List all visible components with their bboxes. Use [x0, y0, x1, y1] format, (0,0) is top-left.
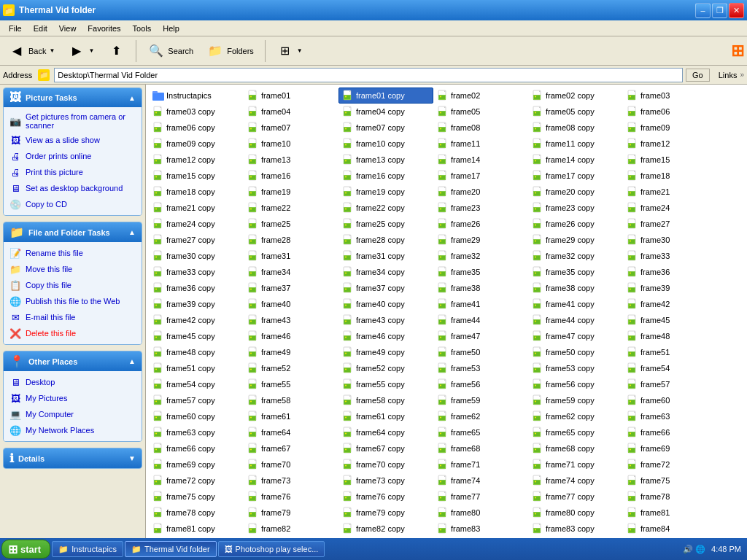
- file-item[interactable]: frame10: [244, 136, 338, 152]
- task-publish[interactable]: 🌐 Publish this file to the Web: [4, 293, 142, 309]
- file-item[interactable]: frame06 copy: [149, 120, 244, 136]
- file-item[interactable]: frame05: [433, 104, 528, 120]
- file-item[interactable]: frame68 copy: [528, 440, 623, 456]
- file-item[interactable]: frame08: [433, 120, 528, 136]
- file-item[interactable]: frame15 copy: [149, 168, 244, 184]
- file-item[interactable]: frame18: [623, 168, 718, 184]
- file-item[interactable]: frame51: [623, 344, 718, 360]
- file-item[interactable]: frame19: [244, 184, 338, 200]
- back-button[interactable]: ◀ Back ▼: [3, 39, 60, 63]
- file-item[interactable]: frame19 copy: [338, 184, 433, 200]
- file-item[interactable]: frame79 copy: [338, 505, 433, 521]
- file-item[interactable]: frame28: [244, 232, 338, 248]
- file-item[interactable]: frame24: [623, 200, 718, 216]
- taskbar-item-photoshop[interactable]: 🖼 Photoshop play selec...: [218, 541, 325, 557]
- file-item[interactable]: frame52: [244, 360, 338, 376]
- views-button[interactable]: ⊞ ▼: [271, 39, 308, 63]
- task-print[interactable]: 🖨 Print this picture: [4, 164, 142, 180]
- task-move[interactable]: 📁 Move this file: [4, 261, 142, 277]
- file-item[interactable]: frame14 copy: [528, 152, 623, 168]
- file-item[interactable]: frame61 copy: [338, 408, 433, 424]
- menu-view[interactable]: View: [53, 23, 82, 34]
- file-item[interactable]: frame72: [623, 456, 718, 472]
- file-item[interactable]: frame29 copy: [528, 232, 623, 248]
- file-item[interactable]: frame72 copy: [149, 472, 244, 489]
- file-item[interactable]: frame40 copy: [338, 296, 433, 312]
- other-places-header[interactable]: 📍 Other Places ▲: [4, 351, 142, 371]
- task-email[interactable]: ✉ E-mail this file: [4, 309, 142, 325]
- file-item[interactable]: frame65: [433, 424, 528, 440]
- file-item[interactable]: frame30 copy: [149, 248, 244, 264]
- file-item[interactable]: frame36: [623, 264, 718, 280]
- back-dropdown-icon[interactable]: ▼: [49, 47, 55, 54]
- file-item[interactable]: frame26: [433, 216, 528, 232]
- file-item[interactable]: frame56: [433, 376, 528, 392]
- file-item[interactable]: frame73: [244, 472, 338, 489]
- file-item[interactable]: frame73 copy: [338, 472, 433, 489]
- file-item[interactable]: frame59 copy: [528, 392, 623, 408]
- file-item[interactable]: frame26 copy: [528, 216, 623, 232]
- file-item[interactable]: frame10 copy: [338, 136, 433, 152]
- task-copy-cd[interactable]: 💿 Copy to CD: [4, 196, 142, 212]
- file-item[interactable]: frame79: [244, 505, 338, 521]
- file-item[interactable]: frame54: [623, 360, 718, 376]
- menu-file[interactable]: File: [3, 23, 28, 34]
- file-item[interactable]: frame80: [433, 505, 528, 521]
- file-item[interactable]: frame01: [244, 88, 338, 104]
- file-item[interactable]: frame38 copy: [528, 280, 623, 296]
- file-item[interactable]: frame16: [244, 168, 338, 184]
- file-item[interactable]: frame44: [433, 312, 528, 328]
- file-item[interactable]: frame40: [244, 296, 338, 312]
- file-item[interactable]: frame66 copy: [149, 440, 244, 456]
- file-item[interactable]: frame21: [623, 184, 718, 200]
- start-button[interactable]: ⊞ start: [1, 540, 50, 559]
- file-item[interactable]: frame67 copy: [338, 440, 433, 456]
- file-item[interactable]: frame43 copy: [338, 312, 433, 328]
- file-item[interactable]: frame41 copy: [528, 296, 623, 312]
- file-item[interactable]: frame63: [623, 408, 718, 424]
- picture-tasks-header[interactable]: 🖼 Picture Tasks ▲: [4, 88, 142, 107]
- file-item[interactable]: frame46 copy: [338, 328, 433, 344]
- file-item[interactable]: frame44 copy: [528, 312, 623, 328]
- file-item[interactable]: frame23: [433, 200, 528, 216]
- file-item[interactable]: frame63 copy: [149, 424, 244, 440]
- details-header[interactable]: ℹ Details ▼: [4, 448, 142, 468]
- file-item[interactable]: frame07: [244, 120, 338, 136]
- file-item[interactable]: frame20: [433, 184, 528, 200]
- file-item[interactable]: frame64 copy: [338, 424, 433, 440]
- file-item[interactable]: frame37 copy: [338, 280, 433, 296]
- task-get-pictures[interactable]: 📷 Get pictures from camera or scanner: [4, 110, 142, 132]
- file-item[interactable]: frame27 copy: [149, 232, 244, 248]
- file-item[interactable]: frame27: [623, 216, 718, 232]
- file-item[interactable]: frame12: [623, 136, 718, 152]
- file-item[interactable]: frame36 copy: [149, 280, 244, 296]
- taskbar-item-thermal[interactable]: 📁 Thermal Vid folder: [125, 541, 217, 557]
- forward-dropdown-icon[interactable]: ▼: [88, 47, 94, 54]
- file-item[interactable]: frame83 copy: [528, 521, 623, 537]
- file-item[interactable]: frame58 copy: [338, 392, 433, 408]
- file-item[interactable]: frame29: [433, 232, 528, 248]
- other-desktop[interactable]: 🖥 Desktop: [4, 374, 142, 390]
- file-item[interactable]: frame57 copy: [149, 392, 244, 408]
- file-item[interactable]: frame08 copy: [528, 120, 623, 136]
- file-item[interactable]: frame09: [623, 120, 718, 136]
- file-item[interactable]: frame69: [623, 440, 718, 456]
- file-item[interactable]: frame24 copy: [149, 216, 244, 232]
- file-item[interactable]: frame46: [244, 328, 338, 344]
- file-item[interactable]: frame53: [433, 360, 528, 376]
- close-button[interactable]: ✕: [729, 3, 744, 18]
- file-item[interactable]: frame13: [244, 152, 338, 168]
- file-item[interactable]: frame53 copy: [528, 360, 623, 376]
- file-item[interactable]: frame21 copy: [149, 200, 244, 216]
- file-item[interactable]: frame62: [433, 408, 528, 424]
- file-item[interactable]: frame71 copy: [528, 456, 623, 472]
- file-item[interactable]: frame11 copy: [528, 136, 623, 152]
- file-item[interactable]: frame39: [623, 280, 718, 296]
- file-item[interactable]: frame31: [244, 248, 338, 264]
- file-item[interactable]: frame65 copy: [528, 424, 623, 440]
- file-item[interactable]: frame38: [433, 280, 528, 296]
- file-item[interactable]: frame81: [623, 505, 718, 521]
- other-computer[interactable]: 💻 My Computer: [4, 406, 142, 422]
- file-item[interactable]: frame03: [623, 88, 718, 104]
- file-item[interactable]: frame70 copy: [338, 456, 433, 472]
